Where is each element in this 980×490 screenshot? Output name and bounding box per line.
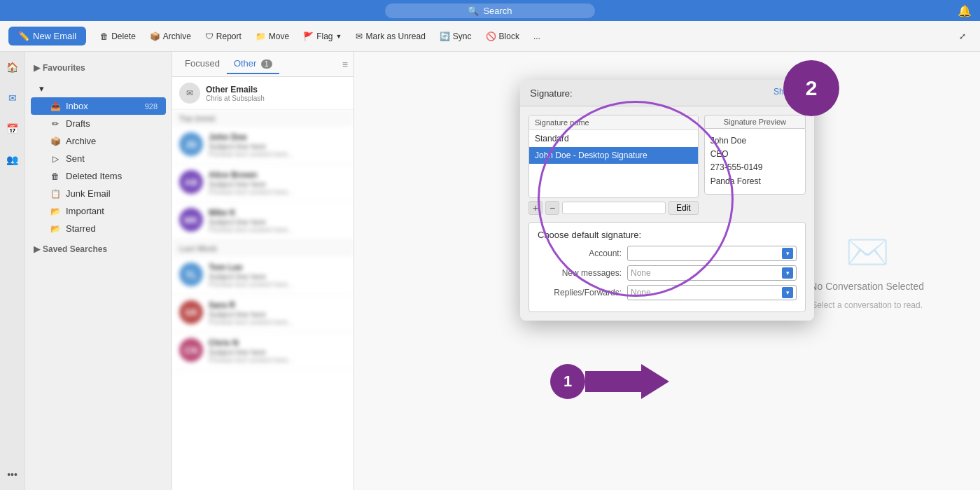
search-bar[interactable]: 🔍 Search	[385, 4, 595, 18]
sidebar-item-sent[interactable]: ▷ Sent	[31, 150, 166, 167]
tab-focused[interactable]: Focused	[178, 54, 227, 74]
replies-label: Replies/Forwards:	[538, 288, 622, 298]
nav-more-icon[interactable]: •••	[3, 465, 22, 484]
email-content-4: Tom Lee Subject line here Preview text c…	[209, 262, 346, 288]
sidebar-item-collapse[interactable]: ▾	[31, 80, 166, 97]
sig-empty-item-1[interactable]	[529, 164, 698, 181]
more-label: ...	[533, 31, 540, 41]
nav-contacts-icon[interactable]: 👥	[3, 150, 22, 169]
sig-empty-item-2[interactable]	[529, 181, 698, 197]
flag-icon: 🚩	[303, 31, 314, 41]
flag-button[interactable]: 🚩 Flag ▼	[298, 28, 347, 45]
junk-label: Junk Email	[66, 188, 111, 199]
email-item-6[interactable]: CN Chris N Subject line here Preview tex…	[172, 332, 354, 370]
avatar-4: TL	[179, 262, 203, 286]
section-top-new: Top (new)	[172, 110, 354, 127]
filter-icon[interactable]: ≡	[342, 59, 348, 70]
favourites-label: Favourites	[43, 63, 85, 73]
annotation-2-container: 2	[783, 60, 839, 116]
sig-preview-section: Signature Preview John Doe CEO 273-555-0…	[704, 115, 806, 215]
important-icon: 📂	[50, 206, 60, 216]
nav-calendar-icon[interactable]: 📅	[3, 119, 22, 139]
email-item-1[interactable]: JD John Doe Subject line here Preview te…	[172, 127, 354, 164]
new-messages-label: New messages:	[538, 268, 622, 278]
report-button[interactable]: 🛡 Report	[200, 28, 247, 45]
sidebar-item-junk[interactable]: 📋 Junk Email	[31, 185, 166, 202]
sig-preview-header: Signature Preview	[704, 115, 806, 128]
email-content-6: Chris N Subject line here Preview text c…	[209, 338, 346, 364]
new-messages-row: New messages: None ▾	[538, 265, 797, 281]
block-button[interactable]: 🚫 Block	[480, 28, 525, 45]
deleted-icon: 🗑	[50, 172, 60, 181]
replies-row: Replies/Forwards: None ▾	[538, 285, 797, 300]
sig-edit-button[interactable]: Edit	[668, 201, 699, 215]
sidebar-item-deleted[interactable]: 🗑 Deleted Items	[31, 167, 166, 185]
sig-add-button[interactable]: +	[528, 201, 542, 215]
favourites-header[interactable]: ▶ Favourites	[25, 60, 172, 76]
move-button[interactable]: 📁 Move	[250, 28, 295, 45]
inbox-badge: 928	[145, 102, 158, 111]
nav-home-icon[interactable]: 🏠	[3, 57, 22, 77]
sidebar-item-archive[interactable]: 📦 Archive	[31, 132, 166, 150]
sig-selected-item[interactable]: John Doe - Desktop Signature	[529, 147, 698, 164]
email-item-3[interactable]: MK Mike K Subject line here Preview text…	[172, 202, 354, 240]
email-content-5: Sara R Subject line here Preview text co…	[209, 300, 346, 326]
new-messages-select[interactable]: None ▾	[627, 265, 797, 281]
sig-list-section: Signature name Standard John Doe - Deskt…	[528, 115, 806, 215]
sidebar: ▶ Favourites ▾ 📥 Inbox 928 ✏ Drafts 📦 Ar…	[25, 52, 172, 490]
drafts-label: Drafts	[66, 118, 90, 129]
avatar-3: MK	[179, 208, 203, 232]
archive-icon: 📦	[150, 31, 160, 41]
sig-standard-item[interactable]: Standard	[529, 130, 698, 147]
more-button[interactable]: ...	[528, 28, 546, 45]
email-content-1: John Doe Subject line here Preview text …	[209, 132, 346, 158]
sig-preview-phone: 273-555-0149	[710, 161, 799, 174]
sidebar-items: ▾ 📥 Inbox 928 ✏ Drafts 📦 Archive ▷ Sent …	[25, 78, 172, 239]
sig-name-input[interactable]	[562, 202, 666, 214]
sync-label: Sync	[453, 31, 472, 41]
sig-preview-name: John Doe	[710, 134, 799, 148]
notification-icon[interactable]: 🔔	[958, 5, 972, 17]
sidebar-item-starred[interactable]: 📂 Starred	[31, 220, 166, 237]
dialog-header: Signature:	[520, 80, 814, 106]
tab-other[interactable]: Other 1	[227, 54, 279, 74]
sig-preview-title: CEO	[710, 148, 799, 161]
mark-unread-button[interactable]: ✉ Mark as Unread	[350, 28, 430, 45]
new-email-button[interactable]: ✏️ New Email	[8, 27, 86, 46]
toolbar-right: ⤢	[953, 28, 972, 45]
email-list-panel: Focused Other 1 ≡ ✉ Other Emails Chris a…	[172, 52, 354, 490]
sent-icon: ▷	[50, 154, 60, 164]
email-item-5[interactable]: SR Sara R Subject line here Preview text…	[172, 295, 354, 332]
sent-label: Sent	[66, 153, 85, 164]
sig-remove-button[interactable]: −	[545, 201, 559, 215]
search-icon: 🔍	[468, 6, 479, 16]
sidebar-item-important[interactable]: 📂 Important	[31, 202, 166, 220]
sidebar-item-drafts[interactable]: ✏ Drafts	[31, 115, 166, 132]
focused-tab-label: Focused	[185, 58, 220, 69]
sig-list-actions: + − Edit	[528, 201, 699, 215]
starred-icon: 📂	[50, 224, 60, 234]
flag-dropdown-icon: ▼	[336, 33, 342, 40]
sync-button[interactable]: 🔄 Sync	[434, 28, 477, 45]
email-item-4[interactable]: TL Tom Lee Subject line here Preview tex…	[172, 257, 354, 295]
email-item-2[interactable]: AB Alice Brown Subject line here Preview…	[172, 164, 354, 202]
sidebar-item-inbox[interactable]: 📥 Inbox 928	[31, 97, 166, 115]
annotation-arrow	[585, 364, 669, 399]
section-last-week: Last Week	[172, 240, 354, 257]
new-messages-select-arrow: ▾	[782, 267, 793, 279]
archive-label: Archive	[163, 31, 191, 41]
archive-button[interactable]: 📦 Archive	[144, 28, 197, 45]
saved-searches-header[interactable]: ▶ Saved Searches	[25, 241, 172, 257]
new-messages-value: None	[631, 268, 651, 278]
account-select[interactable]: ▾	[627, 246, 797, 261]
block-icon: 🚫	[486, 31, 496, 41]
delete-button[interactable]: 🗑 Delete	[94, 28, 141, 45]
expand-button[interactable]: ⤢	[953, 28, 972, 45]
main-layout: 🏠 ✉ 📅 👥 ••• ▶ Favourites ▾ 📥 Inbox 928 ✏…	[0, 52, 980, 490]
replies-select[interactable]: None ▾	[627, 285, 797, 300]
other-emails-item[interactable]: ✉ Other Emails Chris at Subsplash	[172, 77, 354, 110]
nav-mail-icon[interactable]: ✉	[3, 88, 22, 108]
search-placeholder: Search	[483, 6, 512, 16]
inbox-label: Inbox	[66, 101, 88, 111]
account-row: Account: ▾	[538, 246, 797, 261]
